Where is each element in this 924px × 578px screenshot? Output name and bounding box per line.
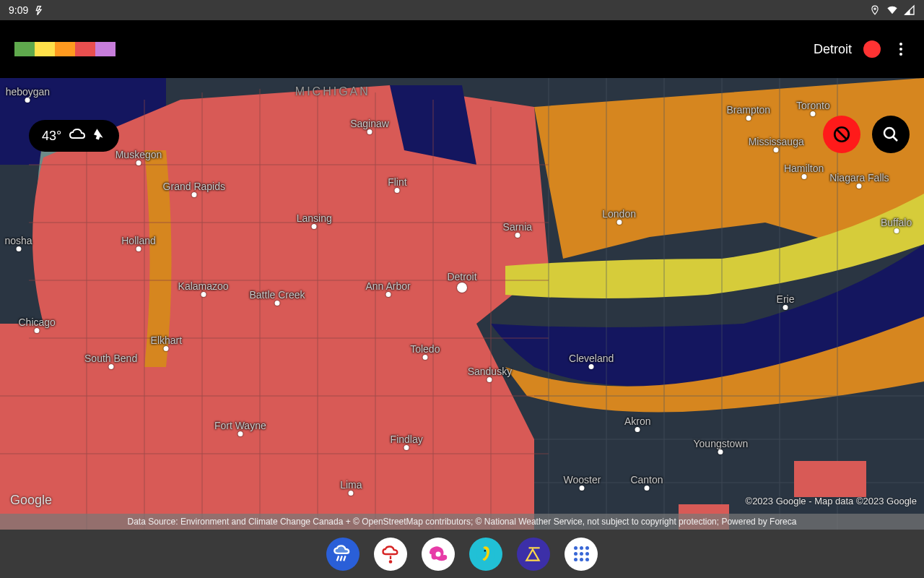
city-label: Youngstown bbox=[694, 438, 749, 449]
status-time: 9:09 bbox=[9, 4, 28, 16]
active-alerts-button[interactable] bbox=[823, 116, 860, 153]
city-label: Toledo bbox=[410, 343, 440, 355]
temperature-pill[interactable]: 43° bbox=[29, 120, 119, 152]
grid-icon bbox=[574, 546, 589, 561]
city-label: Lansing bbox=[297, 212, 332, 224]
air-quality-layer-button[interactable] bbox=[469, 538, 502, 571]
city-marker bbox=[164, 346, 169, 351]
city-marker bbox=[774, 147, 779, 152]
legend-swatch bbox=[75, 42, 95, 56]
temperature-value: 43° bbox=[42, 129, 61, 144]
legend-swatch bbox=[55, 42, 75, 56]
city-label: Brampton bbox=[726, 104, 770, 116]
hurricane-layer-button[interactable] bbox=[422, 538, 455, 571]
avalanche-layer-button[interactable] bbox=[517, 538, 550, 571]
city-label: Fort Wayne bbox=[214, 420, 266, 431]
cloud-icon bbox=[69, 127, 86, 145]
city-label: Toronto bbox=[796, 100, 830, 111]
city-marker bbox=[367, 129, 372, 134]
city-marker bbox=[349, 491, 354, 496]
city-marker bbox=[457, 282, 467, 293]
city-marker bbox=[201, 292, 206, 297]
city-label: Lima bbox=[340, 479, 362, 491]
city-label: Buffalo bbox=[881, 217, 912, 228]
city-label: Niagara Falls bbox=[829, 172, 889, 184]
bottom-toolbar bbox=[0, 530, 924, 578]
city-label: Canton bbox=[630, 474, 663, 486]
data-source-text: Data Source: Environment and Climate Cha… bbox=[128, 517, 797, 527]
city-marker bbox=[385, 292, 391, 297]
storm-icon bbox=[34, 4, 45, 16]
city-marker bbox=[108, 364, 113, 369]
city-label: Sandusky bbox=[468, 366, 512, 377]
google-logo: Google bbox=[10, 493, 52, 508]
city-marker bbox=[136, 246, 141, 251]
wind-arrow-icon bbox=[93, 128, 106, 144]
city-label: Detroit bbox=[447, 271, 476, 282]
city-marker bbox=[487, 377, 492, 382]
city-marker bbox=[237, 431, 243, 436]
city-marker bbox=[645, 486, 650, 491]
city-marker bbox=[275, 301, 280, 306]
overflow-menu-button[interactable] bbox=[892, 40, 910, 58]
city-marker bbox=[894, 228, 899, 233]
city-label: London bbox=[602, 208, 636, 220]
svg-rect-26 bbox=[794, 461, 866, 497]
svg-line-29 bbox=[837, 130, 847, 139]
app-header: Detroit bbox=[0, 20, 924, 78]
city-marker bbox=[136, 160, 141, 165]
city-label: Chicago bbox=[19, 316, 56, 328]
city-label: Grand Rapids bbox=[163, 181, 225, 192]
city-label: Muskegon bbox=[116, 149, 162, 160]
city-label: Wooster bbox=[563, 474, 601, 486]
city-marker bbox=[25, 98, 30, 103]
current-location-label[interactable]: Detroit bbox=[814, 42, 852, 57]
city-marker bbox=[422, 355, 427, 360]
city-marker bbox=[580, 486, 585, 491]
city-label: Holland bbox=[121, 235, 155, 246]
svg-line-33 bbox=[341, 556, 342, 561]
svg-line-34 bbox=[344, 556, 345, 561]
city-marker bbox=[589, 364, 594, 369]
alert-indicator-dot[interactable] bbox=[863, 40, 881, 58]
radar-layer-button[interactable] bbox=[326, 538, 359, 571]
city-label: Erie bbox=[777, 293, 795, 305]
city-marker bbox=[191, 192, 196, 197]
svg-point-37 bbox=[436, 551, 441, 556]
svg-line-32 bbox=[337, 556, 339, 561]
svg-point-39 bbox=[484, 550, 486, 551]
alerts-layer-button[interactable] bbox=[374, 538, 407, 571]
city-label: Flint bbox=[388, 176, 406, 188]
city-label: Kalamazoo bbox=[178, 280, 229, 292]
severity-legend bbox=[14, 42, 116, 56]
cell-signal-icon bbox=[904, 4, 915, 16]
legend-swatch bbox=[35, 42, 55, 56]
search-button[interactable] bbox=[872, 116, 910, 153]
city-label: Akron bbox=[624, 415, 651, 427]
city-marker bbox=[811, 111, 816, 116]
city-label: Elkhart bbox=[151, 335, 183, 346]
city-label: nosha bbox=[5, 235, 32, 246]
city-label: heboygan bbox=[6, 86, 51, 98]
city-marker bbox=[746, 116, 751, 121]
more-layers-button[interactable] bbox=[565, 538, 598, 571]
city-marker bbox=[35, 328, 40, 333]
city-label: Findlay bbox=[391, 434, 423, 445]
city-marker bbox=[16, 246, 21, 251]
data-source-bar: Data Source: Environment and Climate Cha… bbox=[0, 514, 924, 530]
city-marker bbox=[635, 427, 640, 432]
weather-map[interactable]: MICHIGAN heboyganMuskegonGrand RapidsSag… bbox=[0, 78, 924, 530]
wifi-icon bbox=[886, 4, 898, 16]
svg-point-0 bbox=[874, 8, 876, 9]
svg-line-31 bbox=[893, 137, 897, 141]
city-marker bbox=[718, 449, 723, 454]
city-marker bbox=[404, 445, 409, 450]
city-label: Cleveland bbox=[569, 353, 614, 364]
city-label: Ann Arbor bbox=[365, 280, 410, 292]
city-label: Sarnia bbox=[503, 221, 532, 233]
svg-point-30 bbox=[884, 128, 894, 138]
city-label: Hamilton bbox=[784, 163, 824, 174]
region-label-michigan: MICHIGAN bbox=[295, 85, 370, 98]
city-marker bbox=[312, 224, 317, 229]
city-marker bbox=[801, 174, 806, 179]
